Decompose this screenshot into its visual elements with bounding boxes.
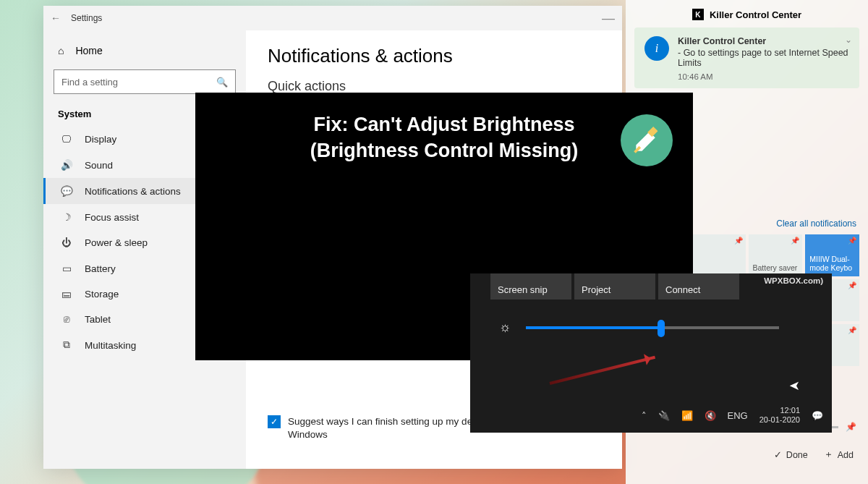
sidebar-item-icon: 🖴: [60, 289, 73, 300]
section-title: Quick actions: [268, 79, 600, 94]
sidebar-item-home[interactable]: ⌂ Home: [43, 38, 246, 64]
add-button[interactable]: ＋ Add: [824, 449, 854, 461]
brightness-icon: ☼: [499, 320, 511, 335]
sidebar-item-label: Notifications & actions: [85, 186, 181, 197]
back-button[interactable]: ←: [51, 12, 71, 24]
action-center-screenshot: WPXBOX.com) Screen snipProjectConnect ☼ …: [470, 273, 832, 433]
sidebar-item-icon: 💬: [60, 185, 73, 197]
quick-action-tile: Connect: [658, 273, 739, 300]
wrench-screwdriver-icon: [621, 114, 673, 166]
quick-action-tile[interactable]: 📌Battery saver: [749, 234, 803, 276]
sidebar-item-icon: ⧉: [60, 339, 73, 351]
window-title: Settings: [71, 13, 602, 23]
sidebar-item-label: Storage: [85, 289, 119, 300]
sidebar-item-icon: ⎚: [60, 314, 73, 325]
chevron-down-icon[interactable]: ⌄: [845, 35, 852, 45]
checkbox-icon: ✓: [268, 415, 281, 428]
sidebar-item-label: Tablet: [85, 314, 111, 325]
action-center-footer: ✓ Done ＋ Add: [634, 443, 859, 464]
notification-card[interactable]: i Killer Control Center - Go to settings…: [634, 27, 859, 88]
quick-action-tile: Project: [574, 273, 655, 300]
sidebar-item-icon: ▭: [60, 263, 73, 274]
sidebar-item-label: Power & sleep: [85, 237, 148, 248]
action-center-app-header: K Killer Control Center: [634, 6, 859, 27]
sidebar-item-icon: 🔊: [60, 159, 73, 171]
brightness-slider: ☼: [470, 300, 832, 355]
home-icon: ⌂: [58, 45, 64, 56]
clear-all-link[interactable]: Clear all notifications: [776, 218, 856, 229]
pin-icon: 📌: [848, 326, 856, 334]
video-overlay: Fix: Can't Adjust Brightness (Brightness…: [195, 93, 693, 360]
window-titlebar: ← Settings —: [43, 6, 622, 30]
language-indicator[interactable]: ENG: [728, 410, 748, 421]
action-center-icon[interactable]: 💬: [812, 410, 823, 421]
overlay-title: Fix: Can't Adjust Brightness (Brightness…: [217, 111, 671, 164]
pin-icon: 📌: [734, 237, 743, 245]
tray-chevron-icon[interactable]: ˄: [642, 410, 647, 421]
page-title: Notifications & actions: [268, 45, 600, 67]
sidebar-item-label: Multitasking: [85, 340, 136, 351]
sidebar-item-label: Display: [85, 134, 116, 145]
pin-icon: 📌: [791, 237, 799, 245]
sidebar-item-label: Focus assist: [85, 212, 139, 223]
notification-time: 10:46 AM: [678, 72, 849, 81]
sidebar-item-label: Battery: [85, 263, 116, 274]
kcc-logo-icon: K: [692, 9, 704, 20]
sidebar-item-icon: 🖵: [60, 134, 73, 145]
watermark-text: WPXBOX.com): [764, 276, 823, 285]
info-icon: i: [644, 36, 669, 61]
system-tray: ˄ 🔌 📶 🔇 ENG 12:01 20-01-2020 💬: [557, 402, 823, 428]
home-label: Home: [75, 45, 102, 56]
pin-icon: 📌: [848, 237, 856, 245]
tile-label: MIIIW Dual-mode Keybo: [809, 255, 855, 272]
tray-clock[interactable]: 12:01 20-01-2020: [760, 406, 800, 424]
search-icon: 🔍: [216, 77, 228, 88]
search-input[interactable]: Find a setting 🔍: [54, 69, 236, 94]
volume-muted-icon[interactable]: 🔇: [705, 410, 716, 421]
pin-icon[interactable]: 📌: [846, 422, 856, 432]
search-placeholder: Find a setting: [61, 77, 118, 88]
notification-body: - Go to settings page to set Internet Sp…: [678, 48, 849, 68]
power-icon[interactable]: 🔌: [658, 410, 670, 421]
quick-action-tile[interactable]: 📌MIIIW Dual-mode Keybo: [805, 234, 859, 276]
quick-action-tile: Screen snip: [490, 273, 571, 300]
quick-action-tile[interactable]: 📌: [692, 234, 746, 276]
wifi-icon[interactable]: 📶: [681, 410, 693, 421]
done-button[interactable]: ✓ Done: [774, 449, 808, 461]
tile-label: Battery saver: [753, 263, 799, 272]
pin-icon: 📌: [848, 281, 856, 289]
sidebar-item-label: Sound: [85, 160, 113, 171]
sidebar-item-icon: ⏻: [60, 237, 73, 248]
minimize-button[interactable]: —: [602, 11, 615, 26]
sidebar-item-icon: ☽: [60, 211, 73, 223]
annotation-arrow: [550, 356, 656, 385]
notification-title: Killer Control Center: [678, 36, 849, 46]
cursor-icon: ➤: [789, 378, 800, 394]
